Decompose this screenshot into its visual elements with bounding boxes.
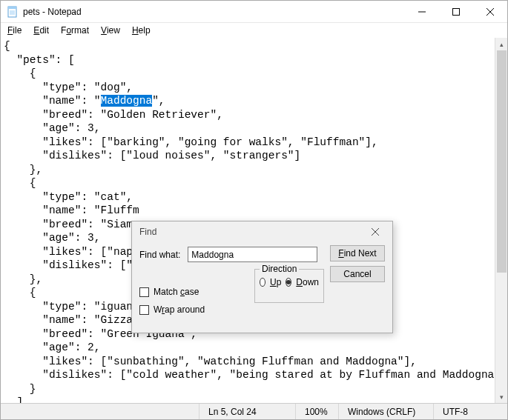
- scroll-track[interactable]: [495, 50, 507, 390]
- match-case-label: Match case: [154, 287, 199, 297]
- minimize-button[interactable]: [405, 1, 439, 22]
- svg-rect-6: [453, 8, 460, 15]
- direction-up-label: Up: [270, 277, 281, 287]
- wrap-around-row[interactable]: Wrap around: [139, 304, 205, 315]
- window-title: pets - Notepad: [23, 7, 405, 17]
- status-position: Ln 5, Col 24: [199, 404, 295, 420]
- find-next-button[interactable]: Find Next: [330, 245, 385, 261]
- menu-help[interactable]: Help: [127, 24, 156, 36]
- notepad-icon: [7, 6, 19, 18]
- direction-down-radio[interactable]: [286, 278, 291, 287]
- status-empty: [1, 404, 199, 420]
- find-what-label: Find what:: [139, 250, 180, 260]
- find-dialog: Find Find what: Find Next Cancel Directi…: [131, 221, 393, 333]
- vertical-scrollbar[interactable]: ▴ ▾: [495, 38, 507, 403]
- find-next-label: ind Next: [344, 248, 377, 259]
- direction-group: Direction Up Down: [254, 269, 324, 303]
- statusbar: Ln 5, Col 24 100% Windows (CRLF) UTF-8: [1, 403, 507, 420]
- find-dialog-body: Find what: Find Next Cancel Direction Up…: [132, 242, 392, 333]
- menubar: File Edit Format View Help: [1, 23, 507, 38]
- find-cancel-button[interactable]: Cancel: [330, 266, 385, 282]
- find-what-input[interactable]: [188, 247, 317, 262]
- scroll-up-icon[interactable]: ▴: [495, 38, 507, 50]
- find-dialog-titlebar[interactable]: Find: [132, 221, 392, 242]
- svg-rect-1: [8, 7, 16, 9]
- editor-selection: Maddogna: [101, 95, 153, 107]
- direction-down-label: Down: [296, 277, 319, 287]
- direction-label: Direction: [260, 264, 299, 274]
- match-case-checkbox[interactable]: [139, 287, 149, 297]
- status-eol: Windows (CRLF): [338, 404, 433, 420]
- menu-file[interactable]: File: [2, 24, 27, 36]
- match-case-row[interactable]: Match case: [139, 287, 199, 297]
- window-buttons: [405, 1, 507, 22]
- menu-edit[interactable]: Edit: [28, 24, 54, 36]
- maximize-button[interactable]: [439, 1, 473, 22]
- wrap-around-label: Wrap around: [154, 304, 205, 315]
- wrap-around-checkbox[interactable]: [139, 305, 149, 315]
- titlebar: pets - Notepad: [1, 1, 507, 23]
- close-button[interactable]: [473, 1, 507, 22]
- status-zoom: 100%: [295, 404, 338, 420]
- scroll-down-icon[interactable]: ▾: [495, 390, 507, 403]
- direction-up-radio[interactable]: [260, 278, 265, 287]
- scroll-thumb[interactable]: [497, 50, 507, 273]
- find-close-button[interactable]: [366, 224, 385, 239]
- menu-format[interactable]: Format: [56, 24, 94, 36]
- menu-view[interactable]: View: [96, 24, 125, 36]
- find-dialog-title: Find: [139, 227, 156, 237]
- status-encoding: UTF-8: [433, 404, 507, 420]
